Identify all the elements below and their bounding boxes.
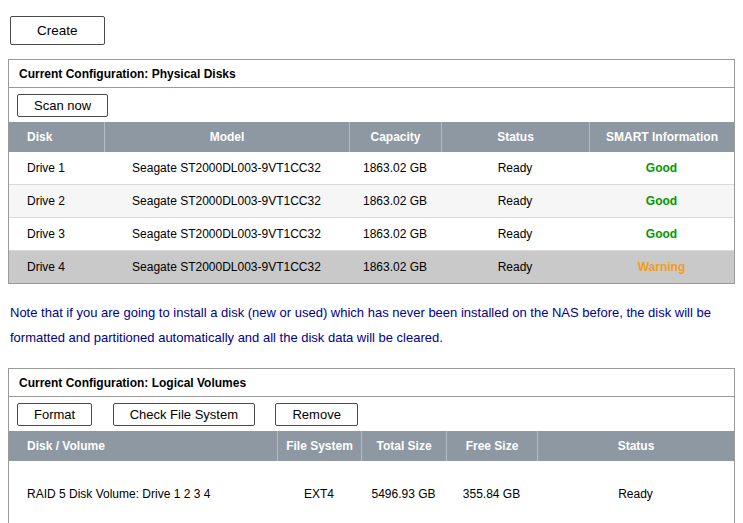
- physical-disks-panel-title: Current Configuration: Physical Disks: [9, 60, 734, 88]
- install-disk-note: Note that if you are going to install a …: [10, 300, 733, 350]
- capacity-cell: 1863.02 GB: [349, 218, 441, 250]
- smart-cell: Warning: [589, 251, 734, 283]
- status-cell: Ready: [441, 218, 589, 250]
- disk-cell: Drive 4: [9, 251, 104, 283]
- disk-management-page: Create Current Configuration: Physical D…: [0, 0, 743, 523]
- table-row-raid5-volume[interactable]: RAID 5 Disk Volume: Drive 1 2 3 4 EXT4 5…: [9, 461, 734, 523]
- column-header-model: Model: [104, 122, 349, 152]
- column-header-free-size: Free Size: [446, 431, 537, 461]
- logical-volumes-table-header: Disk / Volume File System Total Size Fre…: [9, 431, 734, 461]
- volume-status-cell: Ready: [537, 461, 734, 523]
- status-cell: Ready: [441, 152, 589, 184]
- model-cell: Seagate ST2000DL003-9VT1CC32: [104, 185, 349, 217]
- capacity-cell: 1863.02 GB: [349, 251, 441, 283]
- scan-now-button[interactable]: Scan now: [17, 94, 108, 117]
- column-header-status: Status: [441, 122, 589, 152]
- column-header-file-system: File System: [277, 431, 361, 461]
- check-file-system-button[interactable]: Check File System: [113, 403, 255, 426]
- free-size-cell: 355.84 GB: [446, 461, 537, 523]
- status-cell: Ready: [441, 251, 589, 283]
- total-size-cell: 5496.93 GB: [361, 461, 446, 523]
- column-header-disk-volume: Disk / Volume: [9, 431, 277, 461]
- table-row-drive-2[interactable]: Drive 2 Seagate ST2000DL003-9VT1CC32 186…: [9, 184, 734, 217]
- physical-disks-table-header: Disk Model Capacity Status SMART Informa…: [9, 122, 734, 152]
- status-cell: Ready: [441, 185, 589, 217]
- logical-volumes-panel-title: Current Configuration: Logical Volumes: [9, 369, 734, 397]
- table-row-drive-4[interactable]: Drive 4 Seagate ST2000DL003-9VT1CC32 186…: [9, 250, 734, 283]
- physical-disks-panel: Current Configuration: Physical Disks Sc…: [8, 59, 735, 284]
- logical-volumes-table-body: RAID 5 Disk Volume: Drive 1 2 3 4 EXT4 5…: [9, 461, 734, 523]
- model-cell: Seagate ST2000DL003-9VT1CC32: [104, 152, 349, 184]
- volume-cell: RAID 5 Disk Volume: Drive 1 2 3 4: [9, 461, 277, 523]
- table-row-drive-1[interactable]: Drive 1 Seagate ST2000DL003-9VT1CC32 186…: [9, 152, 734, 184]
- column-header-disk: Disk: [9, 122, 104, 152]
- remove-button[interactable]: Remove: [275, 403, 357, 426]
- disk-cell: Drive 1: [9, 152, 104, 184]
- smart-cell: Good: [589, 152, 734, 184]
- physical-disks-table-body: Drive 1 Seagate ST2000DL003-9VT1CC32 186…: [9, 152, 734, 283]
- column-header-smart-information: SMART Information: [589, 122, 734, 152]
- file-system-cell: EXT4: [277, 461, 361, 523]
- column-header-capacity: Capacity: [349, 122, 441, 152]
- logical-volumes-panel: Current Configuration: Logical Volumes F…: [8, 368, 735, 523]
- disk-cell: Drive 3: [9, 218, 104, 250]
- smart-cell: Good: [589, 185, 734, 217]
- capacity-cell: 1863.02 GB: [349, 185, 441, 217]
- logical-volumes-toolbar: Format Check File System Remove: [9, 397, 734, 431]
- capacity-cell: 1863.02 GB: [349, 152, 441, 184]
- column-header-volume-status: Status: [537, 431, 734, 461]
- create-button[interactable]: Create: [10, 16, 105, 45]
- smart-cell: Good: [589, 218, 734, 250]
- model-cell: Seagate ST2000DL003-9VT1CC32: [104, 218, 349, 250]
- model-cell: Seagate ST2000DL003-9VT1CC32: [104, 251, 349, 283]
- physical-disks-toolbar: Scan now: [9, 88, 734, 122]
- disk-cell: Drive 2: [9, 185, 104, 217]
- format-button[interactable]: Format: [17, 403, 92, 426]
- column-header-total-size: Total Size: [361, 431, 446, 461]
- table-row-drive-3[interactable]: Drive 3 Seagate ST2000DL003-9VT1CC32 186…: [9, 217, 734, 250]
